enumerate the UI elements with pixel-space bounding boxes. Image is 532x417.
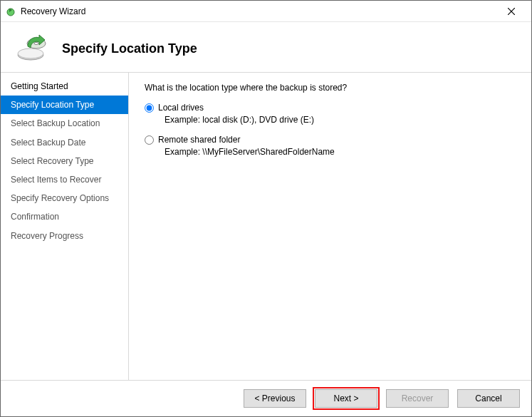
option-remote-folder-text: Remote shared folder [158,135,240,145]
sidebar-step-select-recovery-type[interactable]: Select Recovery Type [1,152,128,170]
sidebar-step-getting-started[interactable]: Getting Started [1,77,128,96]
previous-button[interactable]: < Previous [244,389,306,408]
option-local-drives-text: Local drives [158,103,204,113]
radio-remote-folder[interactable] [145,135,154,145]
sidebar-step-confirmation[interactable]: Confirmation [1,207,128,226]
option-remote-folder-label[interactable]: Remote shared folder [145,135,516,145]
sidebar-step-recovery-progress[interactable]: Recovery Progress [1,227,128,245]
option-local-drives: Local drives Example: local disk (D:), D… [145,103,516,125]
footer: < Previous Next > Recover Cancel [1,380,531,416]
recovery-disc-icon [15,28,49,62]
option-remote-folder-example: Example: \\MyFileServer\SharedFolderName [165,147,516,157]
app-icon [5,6,16,17]
prompt-text: What is the location type where the back… [145,83,516,93]
option-local-drives-label[interactable]: Local drives [145,103,516,113]
sidebar-step-select-backup-location[interactable]: Select Backup Location [1,114,128,133]
sidebar-step-select-backup-date[interactable]: Select Backup Date [1,133,128,152]
body: Getting Started Specify Location Type Se… [1,72,531,380]
svg-point-6 [34,42,38,44]
next-button[interactable]: Next > [315,389,377,408]
close-icon [508,8,515,15]
page-heading: Specify Location Type [62,41,197,56]
header: Specify Location Type [1,22,531,72]
sidebar-step-specify-location-type[interactable]: Specify Location Type [1,96,128,114]
window-title: Recovery Wizard [21,6,497,16]
svg-point-4 [18,48,43,58]
cancel-button[interactable]: Cancel [457,389,520,408]
wizard-window: Recovery Wizard Specify Location Type Ge… [0,0,532,417]
radio-local-drives[interactable] [145,103,154,113]
sidebar-step-specify-recovery-options[interactable]: Specify Recovery Options [1,189,128,207]
titlebar: Recovery Wizard [1,1,531,22]
sidebar: Getting Started Specify Location Type Se… [1,73,129,380]
option-local-drives-example: Example: local disk (D:), DVD drive (E:) [165,115,516,125]
recover-button: Recover [386,389,449,408]
option-remote-folder: Remote shared folder Example: \\MyFileSe… [145,135,516,157]
close-button[interactable] [497,1,526,21]
sidebar-step-select-items[interactable]: Select Items to Recover [1,170,128,189]
content-pane: What is the location type where the back… [129,73,531,380]
